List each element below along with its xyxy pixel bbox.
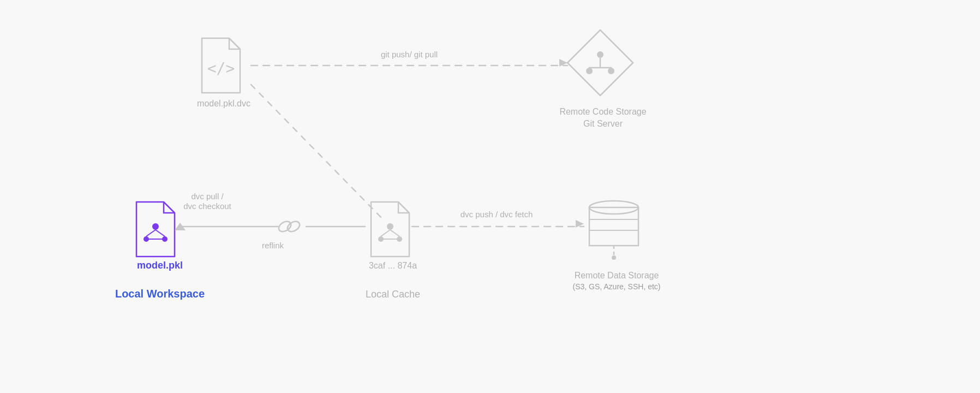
chain-link-icon	[277, 219, 302, 234]
remote-data-label2: (S3, GS, Azure, SSH, etc)	[572, 282, 660, 291]
local-cache-hash-label: 3caf ... 874a	[369, 261, 417, 270]
svg-line-11	[251, 85, 382, 218]
git-server-icon	[567, 30, 633, 96]
git-server-label2: Git Server	[583, 119, 623, 128]
dvc-pull-label: dvc pull /	[191, 192, 224, 201]
dvc-file-label: model.pkl.dvc	[197, 99, 250, 108]
dvc-file-icon: </>	[202, 38, 240, 93]
model-pkl-label: model.pkl	[137, 260, 183, 271]
diagram-container: </> model.pkl.dvc Remote Code Storage Gi…	[0, 0, 980, 393]
remote-data-label1: Remote Data Storage	[575, 271, 659, 280]
remote-data-icon	[589, 201, 638, 260]
svg-line-21	[381, 230, 390, 236]
local-cache-label: Local Cache	[366, 289, 420, 300]
svg-line-16	[156, 230, 165, 236]
model-pkl-icon	[136, 202, 175, 257]
local-cache-icon	[371, 202, 409, 257]
dvc-checkout-label: dvc checkout	[183, 201, 231, 211]
svg-point-18	[387, 223, 393, 230]
svg-point-29	[612, 255, 616, 260]
svg-point-1	[597, 51, 603, 58]
local-workspace-label: Local Workspace	[115, 288, 205, 300]
reflink-label: reflink	[262, 241, 284, 250]
dvc-push-fetch-label: dvc push / dvc fetch	[461, 210, 533, 219]
svg-text:</>: </>	[207, 59, 235, 78]
git-push-pull-label: git push/ git pull	[381, 50, 438, 59]
git-server-label1: Remote Code Storage	[559, 107, 646, 116]
svg-point-12	[152, 223, 159, 230]
svg-line-22	[390, 230, 399, 236]
svg-rect-24	[589, 207, 638, 246]
svg-line-15	[146, 230, 156, 236]
